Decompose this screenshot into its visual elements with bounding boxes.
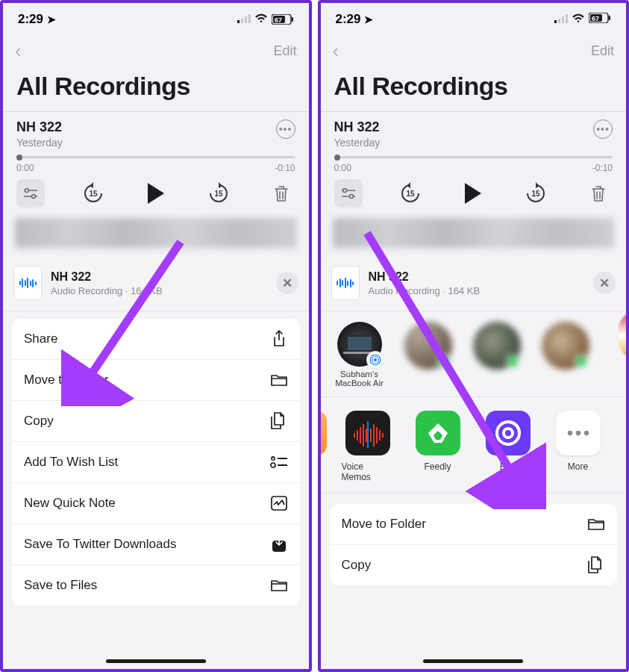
download-box-icon [270,535,288,553]
wifi-icon [572,12,585,27]
play-button[interactable] [459,179,487,208]
copy-icon [587,556,605,574]
status-time: 2:29 ➤ [18,12,56,27]
action-move-folder[interactable]: Move to Folder [12,360,300,401]
action-wishlist[interactable]: Add To Wish List [12,442,300,483]
svg-rect-26 [566,14,568,23]
partial-app-left[interactable] [321,411,327,455]
airdrop-contact-blurred-3[interactable] [537,322,594,388]
svg-point-18 [271,463,275,467]
back-chevron-icon[interactable]: ‹ [15,40,22,63]
blurred-content [333,218,615,248]
checklist-icon [270,453,288,471]
home-indicator[interactable] [106,659,206,663]
action-list: Move to Folder Copy [330,504,618,585]
action-share[interactable]: Share [12,319,300,360]
blurred-content [15,218,297,248]
action-save-files[interactable]: Save to Files [12,565,300,606]
app-rev[interactable]: Rev [482,411,534,482]
edit-button[interactable]: Edit [591,43,614,59]
back-chevron-icon[interactable]: ‹ [333,40,339,63]
svg-point-8 [25,189,29,193]
edit-button[interactable]: Edit [273,43,296,59]
play-button[interactable] [142,179,170,208]
app-more[interactable]: More [552,411,604,482]
action-quicknote[interactable]: New Quick Note [12,483,300,524]
airdrop-contact-blurred-2[interactable] [469,322,525,388]
svg-text:15: 15 [532,190,541,198]
more-options-button[interactable]: ••• [276,119,295,139]
player-controls: 15 15 [321,175,627,218]
share-file-subtitle: Audio Recording · 164 KB [51,285,163,296]
close-sheet-button[interactable]: ✕ [593,272,616,294]
svg-rect-7 [292,17,293,22]
forward-15-button[interactable]: 15 [522,179,550,208]
airdrop-label-2: MacBook Air [335,379,384,388]
rev-icon [486,411,531,455]
player-controls: 15 15 [3,175,309,218]
airdrop-contact-macbook[interactable]: Subham's MacBook Air [331,322,388,388]
forward-15-button[interactable]: 15 [204,179,233,208]
close-sheet-button[interactable]: ✕ [276,272,298,294]
nav-bar: ‹ Edit [321,36,627,66]
svg-point-34 [349,195,353,199]
airdrop-contact-blurred-1[interactable] [400,322,457,388]
status-bar: 2:29 ➤ 67 [321,3,627,36]
airdrop-contact-partial[interactable] [619,311,626,359]
svg-rect-30 [609,16,610,20]
share-sheet: NH 322 Audio Recording · 164 KB ✕ Subham… [321,255,627,669]
airdrop-row: Subham's MacBook Air [321,311,627,397]
rewind-15-button[interactable]: 15 [396,179,425,208]
svg-text:67: 67 [274,16,281,24]
action-copy[interactable]: Copy [330,545,618,585]
action-twitter-downloads[interactable]: Save To Twitter Downloads [12,524,300,565]
feedly-icon [416,411,460,455]
svg-point-11 [32,195,36,199]
airdrop-avatar [337,322,382,367]
battery-icon: 67 [589,12,611,27]
rewind-15-button[interactable]: 15 [79,179,107,208]
more-apps-icon [556,411,601,455]
folder-icon [587,515,605,533]
svg-text:15: 15 [407,190,416,198]
share-sheet-header: NH 322 Audio Recording · 164 KB ✕ [321,255,627,311]
svg-point-59 [575,431,580,435]
status-time: 2:29 ➤ [336,12,374,27]
recording-row[interactable]: NH 322 Yesterday ••• [3,111,309,153]
action-list: Share Move to Folder Copy Add To Wish Li… [12,319,300,606]
battery-icon: 67 [272,14,294,25]
action-copy[interactable]: Copy [12,401,300,442]
more-options-button[interactable]: ••• [593,119,613,139]
svg-rect-40 [348,337,372,350]
voice-memos-icon [345,411,390,455]
svg-rect-24 [558,19,560,23]
app-voice-memos[interactable]: Voice Memos [342,411,394,482]
options-sliders-button[interactable] [334,179,363,208]
audio-scrubber[interactable]: 0:00 -0:10 [321,153,627,175]
share-apps-row: Voice Memos Feedly Rev More [321,397,627,494]
action-move-folder[interactable]: Move to Folder [330,504,618,545]
time-start: 0:00 [334,163,351,173]
app-feedly[interactable]: Feedly [412,411,464,482]
svg-point-58 [567,431,572,435]
svg-point-31 [342,189,346,193]
home-indicator[interactable] [423,659,523,663]
svg-text:15: 15 [89,190,98,198]
status-right: 67 [237,12,294,27]
share-sheet: NH 322 Audio Recording · 164 KB ✕ Share … [3,255,309,669]
delete-button[interactable] [267,179,295,208]
delete-button[interactable] [584,179,613,208]
options-sliders-button[interactable] [16,179,45,208]
wifi-icon [254,12,268,27]
status-bar: 2:29 ➤ 67 [3,3,309,36]
recording-subtitle: Yesterday [16,137,63,149]
phone-left: 2:29 ➤ 67 ‹ Edit All Recordings NH 322 Y… [0,0,312,672]
location-arrow-icon: ➤ [47,13,56,25]
folder-icon [270,371,288,389]
svg-rect-25 [562,16,564,23]
file-thumbnail-icon [13,266,42,300]
recording-row[interactable]: NH 322 Yesterday ••• [321,111,627,153]
share-sheet-header: NH 322 Audio Recording · 164 KB ✕ [3,255,309,311]
svg-point-42 [374,358,377,361]
audio-scrubber[interactable]: 0:00 -0:10 [3,153,309,175]
